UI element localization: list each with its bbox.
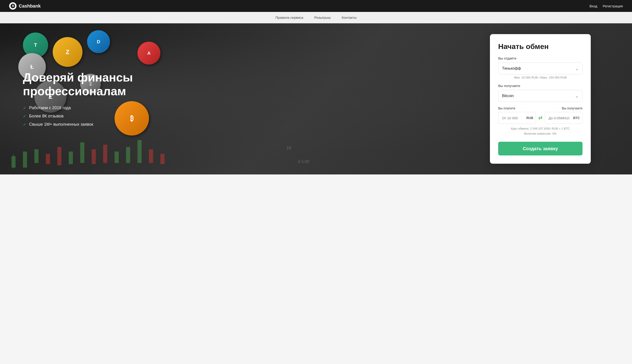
svg-rect-6 [57, 147, 61, 165]
get-select-value: Bitcoin [502, 94, 514, 98]
get-label: Вы получаете [498, 84, 582, 88]
svg-rect-3 [23, 152, 27, 168]
subnav-item-contacts[interactable]: Контакты [342, 16, 357, 20]
svg-point-0 [11, 4, 15, 8]
hero-feature-1: ✓ Работаем с 2016 года [23, 106, 151, 110]
pay-label: Вы платите [498, 106, 536, 110]
hero-feature-label-3: Свыше 1М+ выполненных заявок [29, 122, 93, 127]
hero-content-left: Доверяй финансы профессионалам ✓ Работае… [23, 71, 151, 127]
svg-rect-9 [92, 149, 96, 164]
rate-info: Курс обмена: 2 549 207.8391 RUB = 1 BTC … [498, 126, 582, 136]
svg-rect-7 [69, 152, 73, 164]
hero-section: T Z D Ł Ξ Ξ ₿ A 18 4 5:00 [0, 23, 632, 174]
subnav: Правила сервиса Розыгрыш Контакты [0, 12, 632, 23]
submit-button[interactable]: Создать заявку [498, 142, 582, 156]
logo[interactable]: Cashbank [9, 2, 41, 10]
get-input-wrapper: BTC [545, 112, 582, 124]
svg-text:4 5:00: 4 5:00 [298, 159, 309, 164]
check-icon-3: ✓ [23, 122, 26, 127]
pay-currency: RUB [526, 116, 533, 120]
get-amount-label: Вы получаете [536, 106, 582, 110]
svg-text:18: 18 [286, 146, 291, 150]
hero-feature-label-2: Более 8К отзывов [29, 114, 64, 118]
svg-rect-4 [34, 149, 39, 163]
svg-rect-5 [46, 154, 50, 164]
logo-text: Cashbank [19, 4, 41, 9]
logo-icon [9, 2, 17, 10]
get-select[interactable]: Bitcoin [498, 90, 582, 102]
hero-feature-2: ✓ Более 8К отзывов [23, 114, 151, 119]
svg-rect-10 [103, 145, 107, 163]
exchange-card: Начать обмен Вы отдаёте Тинькофф ⌄ Мин. … [490, 34, 591, 164]
svg-rect-11 [115, 152, 119, 163]
login-link[interactable]: Вход [589, 4, 597, 8]
chart-decoration: 18 4 5:00 [0, 129, 321, 174]
check-icon-2: ✓ [23, 114, 26, 119]
header-auth: Вход Регистрация [589, 4, 623, 8]
coin-zcash: Z [53, 37, 83, 67]
pay-input-wrapper: RUB [498, 112, 536, 124]
svg-rect-12 [126, 147, 130, 163]
exchange-title: Начать обмен [498, 42, 582, 51]
swap-icon: ⇄ [538, 115, 542, 121]
svg-rect-8 [80, 142, 84, 163]
amount-row: RUB ⇄ BTC [498, 112, 582, 124]
get-select-wrapper: Bitcoin ⌄ [498, 90, 582, 102]
give-label: Вы отдаёте [498, 56, 582, 60]
give-select-value: Тинькофф [502, 66, 521, 71]
hero-feature-label-1: Работаем с 2016 года [29, 106, 71, 110]
hero-feature-3: ✓ Свыше 1М+ выполненных заявок [23, 122, 151, 127]
coin-dash: D [87, 30, 110, 53]
header: Cashbank Вход Регистрация [0, 0, 632, 12]
register-link[interactable]: Регистрация [603, 4, 623, 8]
svg-rect-15 [160, 154, 165, 164]
rate-line2: Включая комиссию: 4% [498, 131, 582, 136]
check-icon-1: ✓ [23, 106, 26, 110]
hero-title: Доверяй финансы профессионалам [23, 71, 151, 98]
svg-rect-14 [149, 149, 153, 163]
give-select-wrapper: Тинькофф ⌄ [498, 62, 582, 74]
svg-rect-13 [138, 140, 142, 163]
give-select[interactable]: Тинькофф [498, 62, 582, 74]
coin-avax: A [138, 42, 160, 64]
hero-features: ✓ Работаем с 2016 года ✓ Более 8К отзыво… [23, 106, 151, 127]
get-currency: BTC [573, 116, 580, 120]
amount-label-row: Вы платите Вы получаете [498, 106, 582, 110]
subnav-item-rules[interactable]: Правила сервиса [275, 16, 303, 20]
rate-line1: Курс обмена: 2 549 207.8391 RUB = 1 BTC [498, 126, 582, 131]
give-limit-hint: Мин. 10 000 RUB / Макс. 150 000 RUB [498, 76, 582, 79]
subnav-item-lottery[interactable]: Розыгрыш [314, 16, 331, 20]
